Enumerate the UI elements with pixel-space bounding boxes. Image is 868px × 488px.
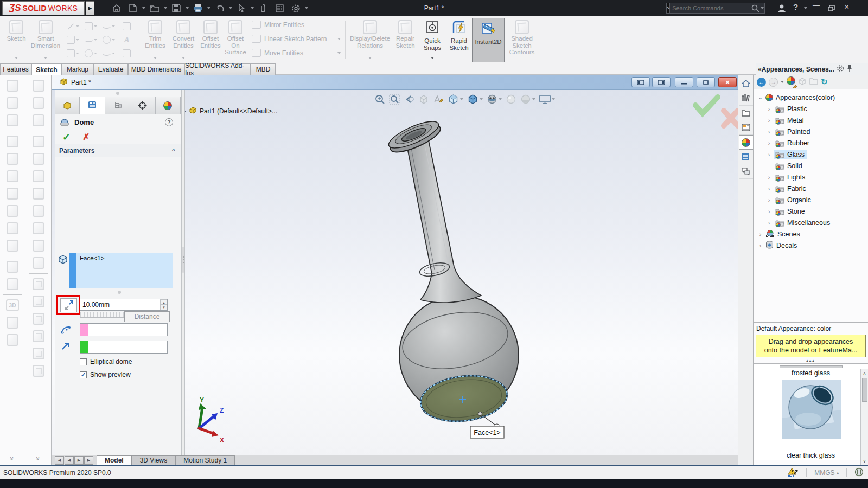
feature-tool-icon[interactable]	[33, 114, 44, 126]
dropdown-icon[interactable]	[94, 39, 97, 41]
tab-nav-prev-button[interactable]: ◀	[65, 456, 74, 465]
report-icon[interactable]	[273, 2, 286, 14]
checkbox-unchecked-icon[interactable]	[80, 358, 87, 365]
entity-tool-spline[interactable]	[100, 20, 118, 33]
add-to-library-button[interactable]	[798, 77, 807, 87]
expander-icon[interactable]: ⌄	[758, 94, 763, 101]
select-dropdown-icon[interactable]	[251, 7, 254, 9]
dropdown-icon[interactable]	[94, 25, 97, 27]
solidworks-logo[interactable]: ƷSSOLIDWORKS	[2, 1, 85, 15]
tree-item-organic[interactable]: ›Organic	[754, 194, 868, 206]
tree-item-scenes[interactable]: › Scenes	[754, 228, 868, 240]
entity-tool-arc[interactable]	[82, 33, 100, 47]
options-gear-icon[interactable]	[289, 2, 302, 14]
confirm-ok-check-icon[interactable]	[695, 97, 718, 113]
spinner-down-icon[interactable]: ▼	[161, 305, 167, 310]
tree-item-metal[interactable]: ›Metal	[754, 114, 868, 126]
units-dropdown-icon[interactable]: ▴	[837, 471, 839, 475]
performance-warning-icon[interactable]	[788, 467, 799, 478]
feature-tool-icon[interactable]	[33, 205, 44, 217]
tab-mbd-dimensions[interactable]: MBD Dimensions	[128, 63, 184, 75]
entity-tool-line[interactable]	[64, 20, 82, 33]
3d-sketch-tool-icon[interactable]: 3D	[6, 299, 19, 311]
tree-item-solid[interactable]: Solid	[754, 160, 868, 171]
zoom-area-icon[interactable]	[388, 93, 401, 106]
tree-item-fabric[interactable]: ›Fabric	[754, 183, 868, 194]
tab-3d-views[interactable]: 3D Views	[132, 455, 175, 465]
offset-entities-button[interactable]: Offset Entities	[199, 18, 222, 62]
print-icon[interactable]	[192, 2, 205, 14]
select-cursor-icon[interactable]	[235, 2, 248, 14]
tree-item-plastic[interactable]: ›Plastic	[754, 103, 868, 114]
feature-tool-icon[interactable]	[33, 330, 44, 342]
feature-tool-icon[interactable]	[7, 278, 18, 290]
taskpane-header[interactable]: «Appearances, Scenes...	[756, 63, 868, 75]
feature-tool-icon[interactable]	[33, 188, 44, 200]
expander-icon[interactable]: ›	[767, 220, 771, 226]
dropdown-icon[interactable]	[112, 39, 115, 41]
restore-button[interactable]	[828, 4, 835, 14]
search-icon[interactable]	[751, 2, 760, 14]
apply-scene-icon[interactable]	[519, 93, 537, 106]
taskpane-gear-icon[interactable]	[837, 65, 844, 74]
feature-tool-icon[interactable]	[33, 278, 44, 290]
tab-display-manager[interactable]	[156, 97, 181, 114]
expander-icon[interactable]: ›	[767, 208, 771, 215]
shaded-sketch-contours-button[interactable]: Shaded Sketch Contours	[507, 18, 537, 62]
forward-button[interactable]: →	[769, 78, 778, 87]
menu-flyout-arrow[interactable]: ▶	[86, 1, 94, 15]
open-dropdown-icon[interactable]	[164, 7, 167, 9]
entity-tool-polygon[interactable]	[82, 47, 100, 60]
feature-tool-icon[interactable]	[7, 170, 18, 182]
new-document-icon[interactable]	[126, 2, 139, 14]
tree-item-miscellaneous[interactable]: ›Miscellaneous	[754, 217, 868, 228]
entity-tool-rectangle-pattern[interactable]	[118, 20, 136, 33]
doc-minimize-button[interactable]	[675, 77, 693, 87]
apply-scene-dropdown-icon[interactable]	[532, 98, 535, 100]
expander-icon[interactable]: ›	[767, 117, 771, 124]
dropdown-icon[interactable]	[112, 25, 115, 27]
tab-motion-study[interactable]: Motion Study 1	[175, 455, 235, 465]
entity-tool-point[interactable]	[118, 47, 136, 60]
feature-tool-icon[interactable]	[7, 97, 18, 109]
constraint-sketch-input[interactable]	[80, 323, 168, 336]
home-icon[interactable]	[110, 2, 123, 14]
convert-entities-button[interactable]: Convert Entities	[169, 18, 197, 62]
tab-configuration-manager[interactable]	[105, 97, 130, 114]
view-settings-dropdown-icon[interactable]	[552, 98, 555, 100]
feature-tool-icon[interactable]	[7, 188, 18, 200]
file-explorer-icon[interactable]	[739, 106, 753, 120]
search-dropdown-icon[interactable]	[761, 7, 764, 9]
tab-feature-manager[interactable]	[55, 97, 80, 114]
zoom-fit-icon[interactable]	[373, 93, 386, 106]
previous-view-icon[interactable]	[403, 93, 416, 106]
home-tab-icon[interactable]	[739, 76, 753, 91]
expander-icon[interactable]: ›	[767, 185, 771, 192]
close-button[interactable]: ×	[844, 2, 849, 12]
confirm-cancel-x-icon[interactable]	[724, 111, 738, 126]
dropdown-icon[interactable]	[94, 53, 97, 54]
quick-snaps-button[interactable]: Quick Snaps	[421, 18, 444, 62]
expander-icon[interactable]: ›	[758, 242, 763, 249]
tree-item-glass[interactable]: ›Glass	[754, 149, 868, 160]
cancel-button[interactable]: ✗	[82, 132, 90, 142]
thumbnail-partial[interactable]	[780, 365, 843, 368]
feature-tool-icon[interactable]	[33, 170, 44, 182]
new-dropdown-icon[interactable]	[142, 7, 145, 9]
save-dropdown-icon[interactable]	[186, 7, 189, 9]
flask-body[interactable]	[386, 116, 519, 415]
feature-tool-icon[interactable]	[33, 348, 44, 359]
parameters-section-header[interactable]: Parameters ^	[55, 144, 181, 157]
edit-appearance-icon[interactable]	[505, 93, 518, 106]
offset-on-surface-button[interactable]: Offset On Surface	[222, 18, 248, 62]
expander-icon[interactable]: ›	[767, 174, 771, 181]
feature-tool-icon[interactable]	[7, 205, 18, 217]
appearances-scenes-tab-icon[interactable]	[739, 135, 753, 150]
scrollbar-thumb[interactable]	[862, 378, 867, 402]
tags-globe-icon[interactable]	[854, 467, 864, 478]
dropdown-icon[interactable]	[76, 39, 79, 41]
rapid-sketch-button[interactable]: Rapid Sketch	[447, 18, 471, 62]
feature-tool-icon[interactable]	[7, 136, 18, 147]
smart-dimension-button[interactable]: Smart Dimension	[30, 18, 61, 62]
split-right-button[interactable]	[652, 77, 671, 87]
